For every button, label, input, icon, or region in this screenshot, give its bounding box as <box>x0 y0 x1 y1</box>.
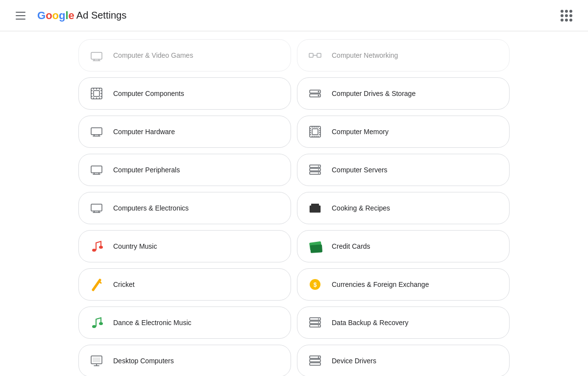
card-credit-cards[interactable]: Credit Cards <box>297 230 510 262</box>
svg-point-20 <box>318 91 319 93</box>
computers-electronics-icon <box>88 199 105 217</box>
partial-icon-left <box>88 47 105 64</box>
computer-drives-storage-label: Computer Drives & Storage <box>332 90 416 97</box>
svg-rect-0 <box>91 52 102 59</box>
svg-rect-24 <box>312 129 318 135</box>
card-computer-drives-storage[interactable]: Computer Drives & Storage <box>297 77 510 110</box>
svg-point-52 <box>99 246 103 249</box>
card-computer-memory[interactable]: Computer Memory <box>297 116 510 148</box>
computer-hardware-label: Computer Hardware <box>113 128 175 136</box>
card-dance-electronic-music[interactable]: Dance & Electronic Music <box>78 306 291 339</box>
computer-drives-storage-icon <box>306 85 324 102</box>
computer-memory-label: Computer Memory <box>332 128 389 136</box>
device-drivers-icon <box>306 352 324 370</box>
partial-top-row: Computer & Video Games Computer Networki… <box>78 39 510 71</box>
card-data-backup-recovery[interactable]: Data Backup & Recovery <box>297 306 510 339</box>
card-cricket[interactable]: Cricket <box>78 268 291 301</box>
credit-cards-icon <box>306 237 324 255</box>
computer-components-label: Computer Components <box>113 90 184 97</box>
dance-electronic-music-icon <box>88 314 105 331</box>
desktop-computers-icon <box>88 352 105 370</box>
svg-rect-41 <box>91 166 102 173</box>
svg-point-45 <box>318 166 319 167</box>
google-logo: Google <box>37 9 74 22</box>
svg-point-21 <box>318 95 319 96</box>
svg-rect-49 <box>310 206 320 212</box>
desktop-computers-label: Desktop Computers <box>113 357 174 365</box>
computer-memory-icon <box>306 123 324 141</box>
page-title: Ad Settings <box>76 10 126 21</box>
partial-card-left: Computer & Video Games <box>78 39 291 71</box>
svg-point-70 <box>318 356 319 357</box>
computer-servers-label: Computer Servers <box>332 166 388 174</box>
logo-area: Google Ad Settings <box>37 9 126 22</box>
data-backup-recovery-icon <box>306 314 324 331</box>
header-left: Google Ad Settings <box>12 8 126 24</box>
card-country-music[interactable]: Country Music <box>78 230 291 262</box>
svg-rect-22 <box>91 128 102 135</box>
svg-point-46 <box>318 169 319 170</box>
svg-rect-5 <box>94 91 99 96</box>
computers-electronics-label: Computers & Electronics <box>113 204 189 212</box>
svg-rect-23 <box>310 126 320 137</box>
currencies-foreign-exchange-label: Currencies & Foreign Exchange <box>332 281 429 288</box>
svg-rect-50 <box>311 204 319 206</box>
device-drivers-label: Device Drivers <box>332 357 376 365</box>
svg-point-58 <box>99 322 103 325</box>
cricket-label: Cricket <box>113 281 135 288</box>
card-cooking-recipes[interactable]: Cooking & Recipes <box>297 192 510 224</box>
computer-servers-icon <box>306 161 324 179</box>
svg-rect-54 <box>310 244 322 253</box>
computer-components-icon <box>88 85 105 102</box>
svg-point-62 <box>318 319 319 320</box>
svg-rect-2 <box>317 53 321 57</box>
card-computer-servers[interactable]: Computer Servers <box>297 154 510 186</box>
svg-point-64 <box>318 326 319 327</box>
partial-icon-right <box>306 47 324 64</box>
card-computer-hardware[interactable]: Computer Hardware <box>78 116 291 148</box>
dance-electronic-music-label: Dance & Electronic Music <box>113 319 192 327</box>
cooking-recipes-label: Cooking & Recipes <box>332 204 390 212</box>
partial-label-left: Computer & Video Games <box>113 51 193 59</box>
svg-rect-1 <box>309 53 313 57</box>
svg-rect-4 <box>91 88 102 99</box>
svg-rect-48 <box>91 204 102 211</box>
computer-hardware-icon <box>88 123 105 141</box>
card-computers-electronics[interactable]: Computers & Electronics <box>78 192 291 224</box>
card-desktop-computers[interactable]: Desktop Computers <box>78 345 291 376</box>
svg-point-63 <box>318 322 319 323</box>
svg-point-47 <box>318 173 319 174</box>
card-computer-peripherals[interactable]: Computer Peripherals <box>78 154 291 186</box>
credit-cards-label: Credit Cards <box>332 242 370 250</box>
cricket-icon <box>88 276 105 293</box>
svg-point-57 <box>92 325 96 328</box>
data-backup-recovery-label: Data Backup & Recovery <box>332 319 408 327</box>
computer-peripherals-icon <box>88 161 105 179</box>
card-device-drivers[interactable]: Device Drivers <box>297 345 510 376</box>
apps-grid-button[interactable] <box>557 6 576 25</box>
partial-card-right: Computer Networking <box>297 39 510 71</box>
currencies-foreign-exchange-icon: $ <box>306 276 324 293</box>
cooking-recipes-icon <box>306 199 324 217</box>
computer-peripherals-label: Computer Peripherals <box>113 166 180 174</box>
country-music-label: Country Music <box>113 242 157 250</box>
card-currencies-foreign-exchange[interactable]: $ Currencies & Foreign Exchange <box>297 268 510 301</box>
svg-rect-68 <box>310 359 320 362</box>
cards-grid: Computer Components Computer Drives & St… <box>78 77 510 376</box>
card-computer-components[interactable]: Computer Components <box>78 77 291 110</box>
partial-label-right: Computer Networking <box>332 51 398 59</box>
country-music-icon <box>88 237 105 255</box>
header: Google Ad Settings <box>0 0 588 31</box>
hamburger-menu-button[interactable] <box>12 8 29 24</box>
svg-rect-69 <box>310 363 320 365</box>
main-content: Computer & Video Games Computer Networki… <box>0 31 588 376</box>
svg-rect-66 <box>93 357 100 362</box>
svg-text:$: $ <box>314 282 317 288</box>
svg-point-51 <box>92 249 96 252</box>
